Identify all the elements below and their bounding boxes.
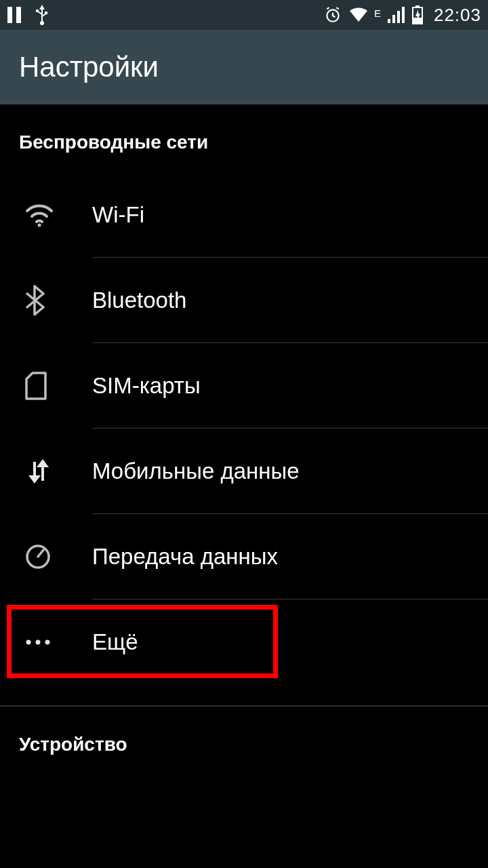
- item-data-usage-label: Передача данных: [92, 544, 278, 570]
- svg-rect-6: [45, 12, 47, 14]
- svg-point-5: [36, 9, 39, 12]
- item-bluetooth-label: Bluetooth: [92, 288, 186, 313]
- item-bluetooth[interactable]: Bluetooth: [0, 258, 488, 343]
- usb-icon: [35, 5, 49, 25]
- item-sim-label: SIM-карты: [92, 373, 201, 399]
- item-mobile-data[interactable]: Мобильные данные: [0, 429, 488, 514]
- item-wifi-label: Wi-Fi: [92, 202, 144, 228]
- wireless-list: Wi-Fi Bluetooth SIM-карты: [0, 172, 488, 685]
- bluetooth-icon: [24, 285, 92, 316]
- item-more[interactable]: Ещё: [0, 599, 488, 685]
- page-title: Настройки: [19, 51, 159, 83]
- section-header-device: Устройство: [0, 707, 488, 774]
- svg-rect-9: [392, 15, 395, 23]
- signal-icon: [388, 7, 405, 23]
- svg-point-16: [38, 224, 41, 227]
- data-usage-icon: [24, 543, 92, 570]
- pause-icon: [7, 6, 22, 24]
- svg-rect-0: [7, 7, 12, 23]
- svg-point-4: [40, 21, 44, 25]
- status-bar: E 22:03: [0, 0, 488, 30]
- svg-point-19: [26, 640, 31, 645]
- svg-rect-8: [388, 19, 390, 23]
- svg-rect-10: [397, 11, 400, 23]
- app-bar: Настройки: [0, 30, 488, 104]
- alarm-icon: [324, 6, 342, 24]
- wifi-icon: [24, 203, 92, 227]
- wifi-status-icon: [348, 7, 369, 23]
- svg-rect-11: [402, 7, 405, 23]
- more-icon: [24, 639, 92, 646]
- settings-content: Беспроводные сети Wi-Fi Bluetooth: [0, 104, 488, 774]
- svg-point-20: [36, 640, 41, 645]
- item-sim[interactable]: SIM-карты: [0, 343, 488, 429]
- item-wifi[interactable]: Wi-Fi: [0, 172, 488, 258]
- section-header-wireless: Беспроводные сети: [0, 104, 488, 172]
- network-type-label: E: [374, 7, 381, 19]
- svg-line-18: [38, 550, 43, 557]
- sim-icon: [24, 371, 92, 401]
- item-mobile-data-label: Мобильные данные: [92, 458, 300, 484]
- item-data-usage[interactable]: Передача данных: [0, 514, 488, 599]
- svg-rect-1: [16, 7, 21, 23]
- svg-rect-13: [415, 5, 420, 7]
- svg-point-21: [45, 640, 50, 645]
- clock-label: 22:03: [434, 5, 481, 26]
- svg-marker-3: [39, 5, 45, 9]
- item-more-label: Ещё: [92, 629, 138, 655]
- mobile-data-icon: [24, 458, 92, 485]
- battery-charging-icon: [412, 5, 423, 24]
